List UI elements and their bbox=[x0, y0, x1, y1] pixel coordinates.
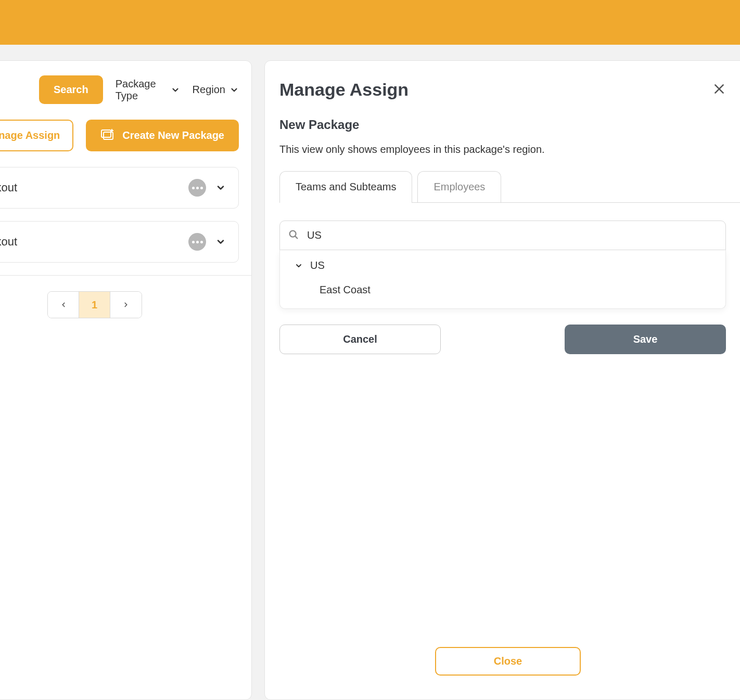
chevron-down-icon bbox=[229, 85, 239, 95]
page-number-button[interactable]: 1 bbox=[79, 292, 110, 318]
svg-line-9 bbox=[295, 236, 297, 238]
create-package-button[interactable]: Create New Package bbox=[86, 120, 239, 151]
pagination: 1 bbox=[0, 291, 251, 318]
list-item[interactable]: Always make a Checkout bbox=[0, 221, 239, 263]
chevron-down-icon bbox=[171, 85, 180, 95]
page-next-button[interactable] bbox=[110, 292, 142, 318]
create-package-icon bbox=[100, 128, 115, 143]
more-actions-button[interactable] bbox=[188, 233, 206, 251]
manage-assign-label: Manage Assign bbox=[0, 129, 60, 141]
dropdown-item-child[interactable]: East Coast bbox=[280, 278, 725, 302]
filter-region[interactable]: Region bbox=[193, 84, 239, 96]
filter-package-type-label: Package Type bbox=[116, 78, 167, 102]
list-item-text: Always make a Checkout bbox=[0, 235, 17, 249]
panel-title: Manage Assign bbox=[279, 80, 409, 100]
list-item-text: Always make a Checkout bbox=[0, 181, 17, 195]
svg-rect-3 bbox=[101, 130, 111, 137]
manage-assign-panel: Manage Assign New Package This view only… bbox=[264, 60, 740, 700]
save-button[interactable]: Save bbox=[565, 325, 726, 354]
cancel-button[interactable]: Cancel bbox=[279, 325, 441, 354]
filter-package-type[interactable]: Package Type bbox=[116, 78, 180, 102]
search-icon bbox=[288, 229, 299, 242]
more-actions-button[interactable] bbox=[188, 179, 206, 197]
chevron-down-icon[interactable] bbox=[215, 183, 226, 193]
top-bar bbox=[0, 0, 740, 45]
page-prev-button[interactable] bbox=[48, 292, 79, 318]
create-package-label: Create New Package bbox=[122, 129, 224, 141]
tab-employees[interactable]: Employees bbox=[417, 171, 501, 202]
filter-region-label: Region bbox=[193, 84, 225, 96]
list-item[interactable]: Always make a Checkout bbox=[0, 167, 239, 209]
search-button[interactable]: Search bbox=[39, 75, 103, 104]
search-results-dropdown: US East Coast bbox=[279, 250, 726, 309]
chevron-down-icon[interactable] bbox=[215, 237, 226, 247]
panel-subtitle: New Package bbox=[279, 118, 736, 132]
team-search-input[interactable] bbox=[279, 221, 726, 250]
chevron-down-icon bbox=[295, 262, 303, 270]
dropdown-item-label: East Coast bbox=[320, 284, 371, 296]
close-button[interactable]: Close bbox=[435, 647, 581, 676]
panel-info-text: This view only shows employees in this p… bbox=[279, 144, 736, 155]
manage-assign-button[interactable]: Manage Assign bbox=[0, 120, 73, 151]
divider bbox=[0, 275, 251, 276]
tab-teams[interactable]: Teams and Subteams bbox=[279, 171, 412, 202]
tabs: Teams and Subteams Employees bbox=[279, 171, 740, 203]
package-list-panel: Search Package Type Region Manage Assign bbox=[0, 60, 252, 700]
close-icon[interactable] bbox=[712, 82, 726, 98]
dropdown-item-parent[interactable]: US bbox=[280, 253, 725, 278]
dropdown-item-label: US bbox=[310, 260, 325, 271]
